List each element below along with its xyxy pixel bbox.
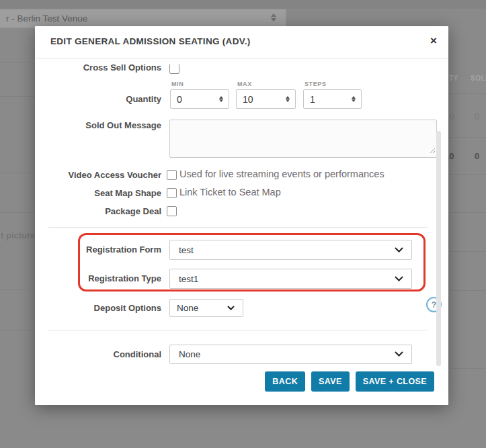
number-stepper-icon[interactable] (286, 96, 290, 102)
quantity-steps-input[interactable]: 1 (303, 89, 362, 109)
registration-form-value: test (170, 245, 395, 255)
sold-out-message-textarea[interactable] (169, 120, 437, 158)
conditional-select[interactable]: None (169, 345, 412, 364)
bg-row-divider (0, 62, 35, 62)
bg-cell-sold: 0 (475, 111, 479, 122)
back-button[interactable]: BACK (265, 371, 305, 392)
package-deal-checkbox[interactable] (167, 206, 177, 216)
bg-row-divider (450, 212, 486, 213)
chevron-down-icon (227, 306, 235, 311)
registration-type-value: test1 (170, 274, 395, 284)
bg-column-header-sold: SOLD (471, 75, 486, 82)
bg-cell-sold: 0 (475, 151, 479, 161)
section-divider (48, 227, 428, 228)
number-stepper-icon[interactable] (219, 96, 223, 102)
conditional-value: None (170, 349, 395, 359)
bg-row-divider (450, 290, 486, 291)
modal-footer: BACK SAVE SAVE + CLOSE (35, 371, 434, 392)
registration-form-label: Registration Form (35, 244, 161, 255)
quantity-min-value: 0 (171, 94, 219, 105)
bg-row-divider (450, 251, 486, 252)
bg-row-divider (0, 330, 35, 330)
bg-column-header-quantity: TY (449, 75, 458, 82)
venue-select-value: r - Berlin Test Venue (6, 13, 87, 24)
chevron-down-icon (395, 247, 403, 253)
package-deal-label: Package Deal (35, 206, 161, 216)
video-access-voucher-label: Video Access Voucher (35, 170, 161, 180)
modal-scrollbar[interactable] (436, 131, 441, 366)
registration-form-select[interactable]: test (169, 240, 412, 260)
save-button[interactable]: SAVE (311, 371, 350, 392)
quantity-min-input[interactable]: 0 (170, 89, 229, 109)
registration-type-select[interactable]: test1 (169, 269, 412, 289)
bg-row-divider (0, 96, 35, 97)
bg-text-fragment: t picture. (1, 230, 38, 240)
edit-seating-modal: EDIT GENERAL ADMISSION SEATING (ADV.) × … (35, 26, 448, 405)
quantity-max-value: 10 (237, 94, 286, 105)
number-stepper-icon[interactable] (352, 96, 356, 102)
close-icon[interactable]: × (430, 33, 437, 49)
venue-select[interactable]: r - Berlin Test Venue (0, 9, 286, 28)
registration-type-label: Registration Type (35, 273, 161, 283)
screen: r - Berlin Test Venue TY SOLD 10 0 10 0 … (0, 0, 486, 448)
quantity-max-input[interactable]: 10 (236, 89, 296, 109)
quantity-label: Quantity (35, 94, 161, 104)
quantity-max-label: MAX (237, 81, 252, 87)
quantity-steps-value: 1 (304, 94, 352, 105)
select-stepper-icon[interactable] (271, 13, 276, 21)
bg-row-divider (0, 173, 35, 173)
save-close-button[interactable]: SAVE + CLOSE (356, 371, 434, 392)
seat-map-shape-label: Seat Map Shape (35, 188, 161, 198)
deposit-options-label: Deposit Options (35, 303, 161, 313)
seat-map-shape-checkbox[interactable] (167, 188, 177, 198)
seat-map-shape-text: Link Ticket to Seat Map (179, 187, 281, 197)
conditional-label: Conditional (35, 349, 161, 359)
chevron-down-icon (395, 351, 403, 357)
cross-sell-options-checkbox[interactable] (169, 64, 179, 74)
bg-row-divider (450, 368, 486, 369)
section-divider (48, 330, 428, 330)
bg-row-divider (0, 212, 35, 213)
resize-handle-icon[interactable] (429, 144, 436, 156)
scroll-clip-cover (35, 58, 446, 64)
deposit-options-value: None (170, 303, 227, 313)
sold-out-message-label: Sold Out Message (35, 120, 161, 130)
deposit-options-select[interactable]: None (169, 299, 243, 317)
bg-row-divider (0, 289, 35, 289)
backdrop-toolbar (0, 0, 486, 9)
video-access-voucher-checkbox[interactable] (167, 170, 177, 180)
quantity-min-label: MIN (171, 81, 184, 87)
quantity-steps-label: STEPS (305, 81, 327, 87)
video-access-voucher-text: Used for live streaming events or perfor… (179, 169, 384, 179)
modal-title: EDIT GENERAL ADMISSION SEATING (ADV.) (50, 34, 251, 50)
chevron-down-icon (395, 276, 403, 282)
